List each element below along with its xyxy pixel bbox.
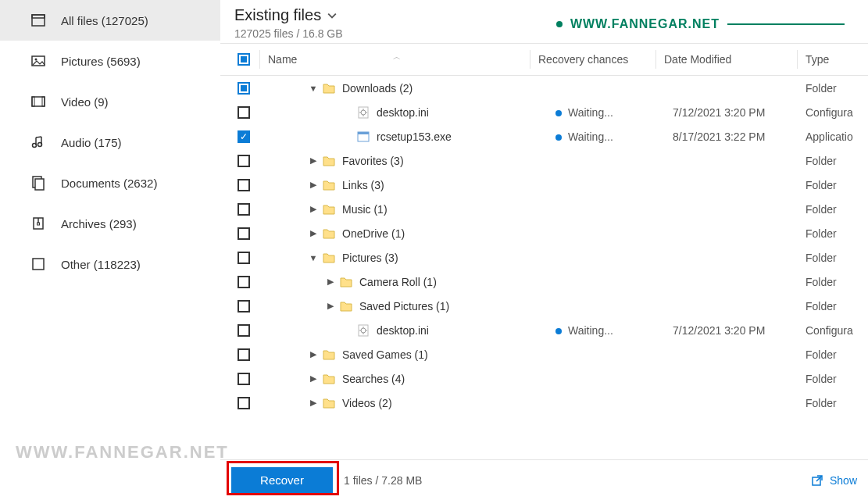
table-header: Name ︿ Recovery chances Date Modified Ty… — [220, 43, 868, 76]
row-checkbox[interactable] — [238, 276, 250, 288]
audio-icon — [30, 134, 47, 151]
column-name[interactable]: Name ︿ — [268, 53, 530, 66]
expander-down-icon[interactable]: ▼ — [308, 84, 319, 93]
row-checkbox[interactable] — [238, 155, 250, 167]
folder-icon — [339, 299, 353, 313]
recover-button[interactable]: Recover — [231, 467, 333, 494]
folder-icon — [322, 202, 336, 216]
recovery-text: Waiting... — [568, 106, 613, 119]
type-text: Configura — [805, 324, 853, 337]
table-row[interactable]: ▶Saved Pictures (1)Folder — [220, 294, 868, 318]
table-row[interactable]: ▶Videos (2)Folder — [220, 391, 868, 415]
file-name: Saved Games (1) — [342, 348, 428, 361]
page-title: Existing files — [234, 6, 321, 24]
svg-point-7 — [33, 144, 37, 148]
svg-rect-1 — [32, 15, 45, 18]
table-row[interactable]: ▶Saved Games (1)Folder — [220, 342, 868, 366]
expander-right-icon[interactable]: ▶ — [308, 204, 319, 214]
watermark-top: WWW.FANNEGAR.NET — [556, 17, 845, 31]
svg-rect-13 — [33, 259, 44, 270]
sidebar-item-other[interactable]: Other (118223) — [0, 244, 220, 284]
type-text: Folder — [805, 348, 837, 361]
row-checkbox[interactable] — [238, 82, 250, 95]
file-list: ▼Downloads (2)Folderdesktop.iniWaiting..… — [220, 76, 868, 459]
row-checkbox[interactable] — [238, 252, 250, 264]
row-checkbox[interactable] — [238, 106, 250, 119]
column-date[interactable]: Date Modified — [664, 53, 797, 66]
svg-point-3 — [35, 59, 38, 61]
chevron-down-icon — [327, 11, 337, 20]
svg-rect-10 — [35, 179, 44, 190]
ini-icon — [356, 105, 370, 120]
file-name: Pictures (3) — [342, 252, 398, 264]
expander-right-icon[interactable]: ▶ — [308, 180, 319, 190]
expander-right-icon[interactable]: ▶ — [325, 301, 336, 311]
documents-icon — [30, 174, 47, 191]
row-checkbox[interactable] — [238, 324, 250, 337]
row-checkbox[interactable] — [238, 397, 250, 409]
expander-right-icon[interactable]: ▶ — [308, 373, 319, 384]
column-type[interactable]: Type — [805, 53, 868, 66]
file-name: desktop.ini — [377, 324, 429, 337]
file-name: Links (3) — [342, 179, 384, 191]
status-dot-icon — [555, 328, 562, 334]
row-checkbox[interactable] — [238, 203, 250, 216]
table-row[interactable]: desktop.iniWaiting...7/12/2021 3:20 PMCo… — [220, 100, 868, 124]
folder-icon — [322, 154, 336, 168]
type-text: Applicatio — [805, 130, 853, 143]
table-row[interactable]: ▶Searches (4)Folder — [220, 366, 868, 391]
svg-rect-17 — [358, 132, 369, 134]
sort-caret-icon: ︿ — [393, 52, 401, 62]
video-icon — [30, 93, 47, 110]
status-dot-icon — [555, 134, 562, 141]
table-row[interactable]: ▶Links (3)Folder — [220, 173, 868, 197]
row-checkbox[interactable]: ✓ — [238, 130, 250, 143]
table-row[interactable]: ✓rcsetup153.exeWaiting...8/17/2021 3:22 … — [220, 124, 868, 148]
expander-right-icon[interactable]: ▶ — [308, 398, 319, 408]
expander-right-icon[interactable]: ▶ — [325, 277, 336, 287]
table-row[interactable]: ▶Camera Roll (1)Folder — [220, 270, 868, 294]
file-name: Favorites (3) — [342, 155, 404, 167]
table-row[interactable]: ▼Pictures (3)Folder — [220, 245, 868, 270]
sidebar-item-archives[interactable]: Archives (293) — [0, 203, 220, 244]
table-row[interactable]: ▼Downloads (2)Folder — [220, 76, 868, 100]
show-link[interactable]: Show — [811, 474, 857, 487]
date-text: 7/12/2021 3:20 PM — [673, 324, 765, 337]
column-recovery[interactable]: Recovery chances — [538, 53, 655, 66]
expander-right-icon[interactable]: ▶ — [308, 228, 319, 238]
table-row[interactable]: ▶OneDrive (1)Folder — [220, 221, 868, 245]
type-text: Folder — [805, 276, 837, 288]
sidebar-item-label: Audio (175) — [61, 136, 122, 149]
sidebar-item-audio[interactable]: Audio (175) — [0, 122, 220, 162]
row-checkbox[interactable] — [238, 227, 250, 240]
row-checkbox[interactable] — [238, 300, 250, 312]
select-all-checkbox[interactable] — [238, 53, 250, 66]
recovery-text: Waiting... — [568, 324, 613, 337]
svg-rect-4 — [32, 97, 45, 106]
sidebar-item-documents[interactable]: Documents (2632) — [0, 162, 220, 203]
svg-point-8 — [38, 143, 42, 147]
table-row[interactable]: desktop.iniWaiting...7/12/2021 3:20 PMCo… — [220, 318, 868, 342]
svg-rect-6 — [42, 97, 45, 106]
row-checkbox[interactable] — [238, 179, 250, 191]
sidebar-item-pictures[interactable]: Pictures (5693) — [0, 41, 220, 81]
expander-right-icon[interactable]: ▶ — [308, 155, 319, 166]
row-checkbox[interactable] — [238, 373, 250, 385]
type-text: Folder — [805, 155, 837, 167]
table-row[interactable]: ▶Favorites (3)Folder — [220, 148, 868, 173]
external-icon — [811, 474, 823, 487]
expander-down-icon[interactable]: ▼ — [308, 253, 319, 262]
type-text: Folder — [805, 397, 837, 409]
sidebar-item-label: Other (118223) — [61, 258, 141, 271]
expander-right-icon[interactable]: ▶ — [308, 349, 319, 359]
sidebar-item-label: Archives (293) — [61, 217, 137, 230]
ini-icon — [356, 323, 370, 338]
sidebar-item-all-files[interactable]: All files (127025) — [0, 0, 220, 41]
sidebar-item-video[interactable]: Video (9) — [0, 81, 220, 122]
row-checkbox[interactable] — [238, 348, 250, 361]
archives-icon — [30, 215, 47, 232]
sidebar-item-label: Documents (2632) — [61, 177, 157, 190]
selection-info: 1 files / 7.28 MB — [344, 474, 422, 487]
sidebar-item-label: All files (127025) — [61, 14, 148, 27]
table-row[interactable]: ▶Music (1)Folder — [220, 197, 868, 221]
